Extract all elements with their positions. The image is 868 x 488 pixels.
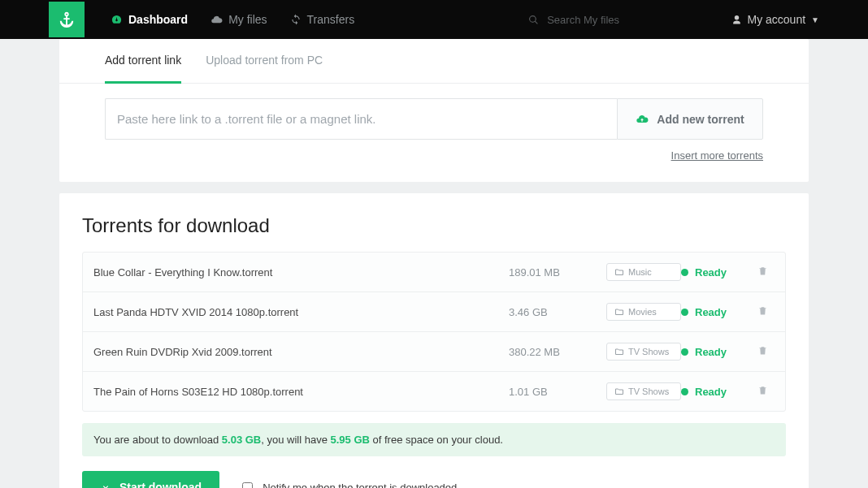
torrent-size: 1.01 GB [509,386,606,398]
nav-myfiles-label: My files [228,13,267,26]
dashboard-icon [111,14,123,26]
nav-myfiles[interactable]: My files [199,0,278,39]
status: Ready [681,386,750,398]
section-title: Torrents for download [82,214,786,237]
cloud-upload-icon [636,113,649,126]
tabs: Add torrent link Upload torrent from PC [59,39,809,84]
add-new-torrent-label: Add new torrent [657,113,744,126]
start-download-button[interactable]: Start download [82,471,219,488]
status-text: Ready [695,346,727,358]
folder-icon [614,267,624,277]
status-dot [681,348,688,356]
status-dot [681,309,688,316]
download-icon [100,482,111,488]
free-space: 5.95 GB [331,434,370,446]
status-text: Ready [695,386,727,398]
table-row: The Pain of Horns S03E12 HD 1080p.torren… [83,372,785,411]
table-row: Green Ruin DVDRip Xvid 2009.torrent380.2… [83,332,785,372]
start-download-label: Start download [119,481,202,488]
insert-more-link[interactable]: Insert more torrents [671,149,763,162]
folder-icon [614,307,624,317]
torrent-name: Blue Collar - Everything I Know.torrent [93,266,509,279]
status-text: Ready [695,306,727,318]
search-icon [528,15,539,25]
torrents-card: Torrents for download Blue Collar - Ever… [59,193,809,488]
user-icon [731,15,742,25]
status-dot [681,269,688,276]
add-torrent-card: Add torrent link Upload torrent from PC … [59,39,809,182]
trash-icon [757,385,768,395]
delete-button[interactable] [750,305,775,318]
nav-transfers[interactable]: Transfers [279,0,367,39]
chevron-down-icon: ▼ [811,15,819,24]
search-area[interactable]: Search My files [528,14,619,26]
status-text: Ready [695,266,727,279]
status: Ready [681,266,750,279]
delete-button[interactable] [750,266,775,279]
notify-label[interactable]: Notify me when the torrent is downloaded [242,482,457,489]
tab-add-link[interactable]: Add torrent link [105,39,181,84]
trash-icon [757,266,768,276]
delete-button[interactable] [750,385,775,398]
folder-icon [614,347,624,356]
status: Ready [681,346,750,358]
topbar: Dashboard My files Transfers Search My f… [0,0,868,39]
torrent-name: Last Panda HDTV XVID 2014 1080p.torrent [93,306,509,318]
logo[interactable] [49,2,85,37]
add-new-torrent-button[interactable]: Add new torrent [617,98,763,140]
torrent-name: Green Ruin DVDRip Xvid 2009.torrent [93,346,509,358]
folder-icon [614,387,624,396]
category-button[interactable]: Music [606,263,681,281]
nav-transfers-label: Transfers [307,13,355,26]
my-account-label: My account [748,13,806,26]
my-account[interactable]: My account ▼ [731,13,820,26]
notify-text: Notify me when the torrent is downloaded [263,482,457,489]
summary-bar: You are about to download 5.03 GB, you w… [82,423,786,456]
nav-dashboard-label: Dashboard [128,13,188,26]
table-row: Blue Collar - Everything I Know.torrent1… [83,253,785,292]
category-button[interactable]: Movies [606,303,681,321]
status: Ready [681,306,750,318]
category-label: Music [628,267,652,277]
torrent-size: 189.01 MB [509,266,606,279]
torrent-list: Blue Collar - Everything I Know.torrent1… [82,252,786,412]
total-size: 5.03 GB [222,434,261,446]
table-row: Last Panda HDTV XVID 2014 1080p.torrent3… [83,292,785,332]
delete-button[interactable] [750,345,775,358]
torrent-size: 3.46 GB [509,306,606,318]
torrent-size: 380.22 MB [509,346,606,358]
search-placeholder: Search My files [547,14,619,26]
anchor-icon [58,11,76,28]
tab-upload-pc[interactable]: Upload torrent from PC [206,39,323,83]
cloud-icon [210,14,223,26]
category-label: TV Shows [628,387,669,396]
category-button[interactable]: TV Shows [606,382,681,400]
trash-icon [757,345,768,356]
torrent-link-input[interactable] [105,98,617,140]
category-button[interactable]: TV Shows [606,343,681,361]
trash-icon [757,305,768,316]
refresh-icon [290,14,302,25]
category-label: Movies [628,307,657,317]
status-dot [681,388,688,395]
category-label: TV Shows [628,347,669,356]
notify-checkbox[interactable] [242,482,253,489]
nav-dashboard[interactable]: Dashboard [99,0,199,39]
torrent-name: The Pain of Horns S03E12 HD 1080p.torren… [93,386,509,398]
